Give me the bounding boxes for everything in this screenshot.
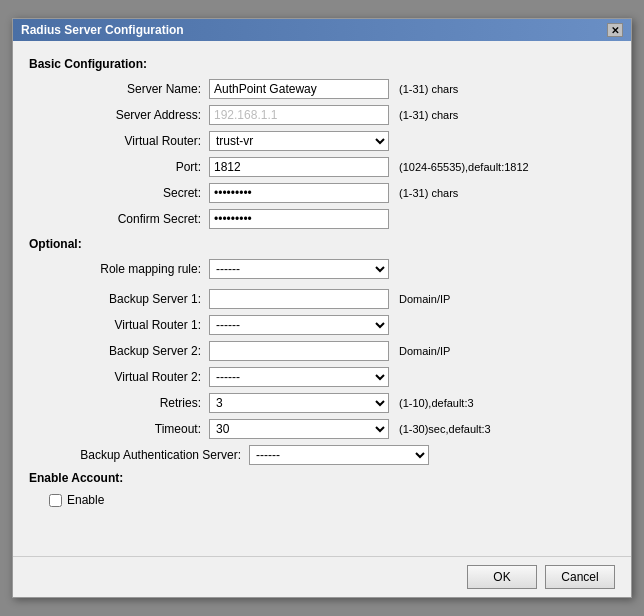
secret-input[interactable] [209,183,389,203]
retries-hint: (1-10),default:3 [399,397,474,409]
server-name-input[interactable] [209,79,389,99]
close-button[interactable]: ✕ [607,23,623,37]
backup-server-1-hint: Domain/IP [399,293,450,305]
cancel-button[interactable]: Cancel [545,565,615,589]
secret-row: Secret: (1-31) chars [29,183,615,203]
virtual-router-1-select[interactable]: ------ trust-vr untrust-vr [209,315,389,335]
dialog-title: Radius Server Configuration [21,23,184,37]
port-label: Port: [49,160,209,174]
backup-server-1-input[interactable] [209,289,389,309]
server-address-hint: (1-31) chars [399,109,458,121]
virtual-router-select[interactable]: trust-vr untrust-vr [209,131,389,151]
port-row: Port: (1024-65535),default:1812 [29,157,615,177]
timeout-label: Timeout: [49,422,209,436]
virtual-router-2-select[interactable]: ------ trust-vr untrust-vr [209,367,389,387]
timeout-row: Timeout: 1015202530 (1-30)sec,default:3 [29,419,615,439]
retries-label: Retries: [49,396,209,410]
basic-config-header: Basic Configuration: [29,57,615,71]
confirm-secret-input[interactable] [209,209,389,229]
ok-button[interactable]: OK [467,565,537,589]
virtual-router-1-label: Virtual Router 1: [49,318,209,332]
dialog-content: Basic Configuration: Server Name: (1-31)… [13,41,631,556]
timeout-hint: (1-30)sec,default:3 [399,423,491,435]
retries-row: Retries: 12345 678910 (1-10),default:3 [29,393,615,413]
server-address-input[interactable] [209,105,389,125]
timeout-select[interactable]: 1015202530 [209,419,389,439]
secret-label: Secret: [49,186,209,200]
virtual-router-2-label: Virtual Router 2: [49,370,209,384]
optional-header: Optional: [29,237,615,251]
title-bar: Radius Server Configuration ✕ [13,19,631,41]
server-address-row: Server Address: (1-31) chars [29,105,615,125]
backup-auth-server-row: Backup Authentication Server: ------ [29,445,615,465]
port-hint: (1024-65535),default:1812 [399,161,529,173]
confirm-secret-row: Confirm Secret: [29,209,615,229]
virtual-router-row: Virtual Router: trust-vr untrust-vr [29,131,615,151]
backup-auth-server-select[interactable]: ------ [249,445,429,465]
backup-auth-server-label: Backup Authentication Server: [49,448,249,462]
virtual-router-1-row: Virtual Router 1: ------ trust-vr untrus… [29,315,615,335]
backup-server-2-row: Backup Server 2: Domain/IP [29,341,615,361]
server-name-label: Server Name: [49,82,209,96]
confirm-secret-label: Confirm Secret: [49,212,209,226]
retries-select[interactable]: 12345 678910 [209,393,389,413]
server-address-label: Server Address: [49,108,209,122]
secret-hint: (1-31) chars [399,187,458,199]
virtual-router-2-row: Virtual Router 2: ------ trust-vr untrus… [29,367,615,387]
server-name-row: Server Name: (1-31) chars [29,79,615,99]
radius-server-config-dialog: Radius Server Configuration ✕ Basic Conf… [12,18,632,598]
enable-checkbox[interactable] [49,494,62,507]
enable-checkbox-label: Enable [67,493,104,507]
backup-server-2-hint: Domain/IP [399,345,450,357]
backup-server-1-label: Backup Server 1: [49,292,209,306]
backup-server-2-label: Backup Server 2: [49,344,209,358]
server-name-hint: (1-31) chars [399,83,458,95]
role-mapping-select[interactable]: ------ [209,259,389,279]
enable-account-header: Enable Account: [29,471,615,485]
virtual-router-label: Virtual Router: [49,134,209,148]
backup-server-1-row: Backup Server 1: Domain/IP [29,289,615,309]
backup-server-2-input[interactable] [209,341,389,361]
role-mapping-row: Role mapping rule: ------ [29,259,615,279]
port-input[interactable] [209,157,389,177]
enable-checkbox-row: Enable [29,493,615,507]
dialog-footer: OK Cancel [13,556,631,597]
role-mapping-label: Role mapping rule: [49,262,209,276]
